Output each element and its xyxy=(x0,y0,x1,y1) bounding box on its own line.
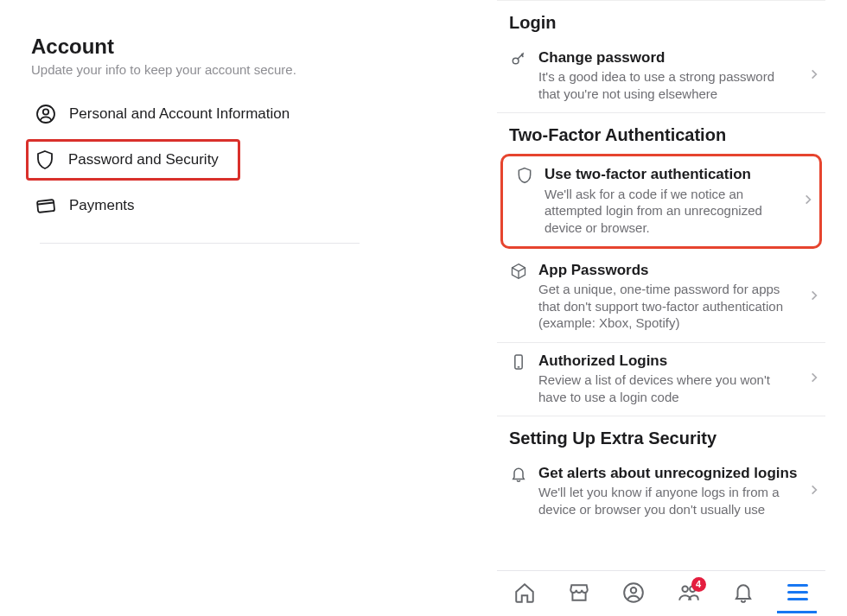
row-use-2fa[interactable]: Use two-factor authentication We'll ask … xyxy=(500,154,822,249)
row-app-passwords[interactable]: App Passwords Get a unique, one-time pas… xyxy=(497,252,825,343)
row-login-alerts[interactable]: Get alerts about unrecognized logins We'… xyxy=(497,455,825,528)
row-subtitle: It's a good idea to use a strong passwor… xyxy=(538,68,799,102)
chevron-right-icon xyxy=(808,372,820,387)
row-title: Authorized Logins xyxy=(538,352,799,370)
chevron-right-icon xyxy=(808,484,820,499)
svg-point-7 xyxy=(682,586,688,592)
bottom-nav: 4 xyxy=(497,570,825,613)
nav-home[interactable] xyxy=(507,575,542,610)
nav-groups[interactable]: 4 xyxy=(672,575,706,610)
security-settings-panel: Login Change password It's a good idea t… xyxy=(497,0,825,570)
svg-rect-2 xyxy=(37,200,54,213)
bell-icon xyxy=(507,464,530,483)
row-authorized-logins[interactable]: Authorized Logins Review a list of devic… xyxy=(497,343,825,416)
svg-point-6 xyxy=(631,587,637,594)
nav-notifications[interactable] xyxy=(726,575,761,610)
row-title: Change password xyxy=(538,48,799,67)
row-subtitle: We'll let you know if anyone logs in fro… xyxy=(538,484,799,518)
active-tab-indicator xyxy=(777,611,817,613)
account-item-label: Payments xyxy=(69,197,135,214)
cube-icon xyxy=(507,261,530,280)
row-subtitle: Get a unique, one-time password for apps… xyxy=(538,281,799,332)
phone-icon xyxy=(507,352,530,371)
account-panel: Account Update your info to keep your ac… xyxy=(0,0,372,616)
nav-profile[interactable] xyxy=(616,575,651,610)
account-item-label: Password and Security xyxy=(68,151,219,168)
row-change-password[interactable]: Change password It's a good idea to use … xyxy=(497,40,825,113)
nav-menu[interactable] xyxy=(780,575,815,610)
row-subtitle: We'll ask for a code if we notice an att… xyxy=(544,186,793,237)
chevron-right-icon xyxy=(808,289,820,305)
account-heading: Account xyxy=(31,35,346,59)
user-circle-icon xyxy=(35,103,57,125)
account-item-payments[interactable]: Payments xyxy=(31,184,346,227)
row-title: Use two-factor authentication xyxy=(544,165,793,183)
section-login-title: Login xyxy=(497,1,825,40)
chevron-right-icon xyxy=(802,194,814,209)
shield-icon xyxy=(34,149,56,171)
nav-badge: 4 xyxy=(691,577,706,592)
svg-point-1 xyxy=(43,109,48,114)
nav-marketplace[interactable] xyxy=(562,575,596,610)
section-2fa-title: Two-Factor Authentication xyxy=(497,113,825,152)
shield-outline-icon xyxy=(513,165,536,184)
svg-point-3 xyxy=(513,58,519,64)
account-item-label: Personal and Account Information xyxy=(69,105,290,123)
chevron-right-icon xyxy=(808,68,820,84)
row-title: Get alerts about unrecognized logins xyxy=(538,464,799,482)
account-subtitle: Update your info to keep your account se… xyxy=(31,62,346,77)
account-item-personal[interactable]: Personal and Account Information xyxy=(31,92,346,136)
account-item-password-security[interactable]: Password and Security xyxy=(26,139,240,181)
hamburger-icon xyxy=(787,584,808,600)
row-subtitle: Review a list of devices where you won't… xyxy=(538,372,799,405)
key-icon xyxy=(507,48,530,67)
divider xyxy=(40,243,360,244)
section-extra-security-title: Setting Up Extra Security xyxy=(497,416,825,455)
row-title: App Passwords xyxy=(538,261,799,279)
card-icon xyxy=(35,194,57,217)
